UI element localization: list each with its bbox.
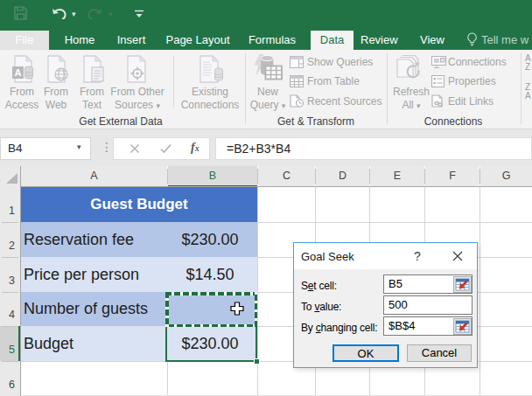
- svg-text:A: A: [15, 67, 22, 78]
